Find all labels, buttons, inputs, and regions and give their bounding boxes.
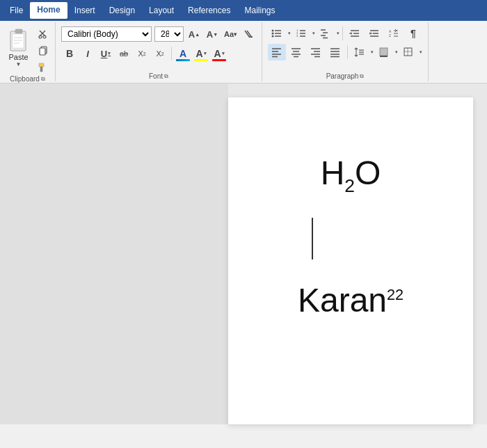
borders-dropdown[interactable]: ▾ [420,49,422,55]
clipboard-group: Paste ▼ [0,22,56,81]
shading-dropdown[interactable]: ▾ [395,49,398,55]
copy-button[interactable] [35,43,51,58]
menu-insert[interactable]: Insert [67,3,102,18]
paragraph-label: Paragraph ⧉ [326,72,365,80]
font-color-bar [212,59,226,61]
ribbon-body: Paste ▼ [0,21,487,83]
text-effect-button[interactable]: A [175,45,191,62]
clipboard-small-buttons [35,25,51,75]
show-formatting-button[interactable]: ¶ [404,25,422,42]
menu-mailings[interactable]: Mailings [237,3,282,18]
divider [171,47,172,61]
font-size-select[interactable]: 28 [154,26,184,42]
numbering-button[interactable]: 1. 2. 3. [292,25,310,42]
font-format-row: B I U ▾ ab X2 X2 A A [61,45,256,62]
clipboard-dialog-icon[interactable]: ⧉ [41,76,45,83]
paragraph-row2: ▾ ▾ ▾ [268,44,422,61]
menu-home[interactable]: Home [30,2,67,19]
bold-button[interactable]: B [61,45,78,62]
svg-point-9 [43,35,46,38]
svg-rect-13 [40,67,42,72]
paste-label: Paste [8,53,28,61]
menu-file[interactable]: File [3,3,30,18]
line-spacing-dropdown[interactable]: ▾ [371,49,374,55]
sort-button[interactable]: A Z [385,25,403,42]
left-panel [0,83,228,424]
svg-rect-64 [380,48,388,56]
font-dialog-icon[interactable]: ⧉ [164,73,168,80]
paragraph-dialog-icon[interactable]: ⧉ [360,73,364,80]
highlight-dropdown[interactable]: ▾ [204,51,207,56]
text-effect-color-bar [176,59,190,61]
document-page[interactable]: H2O Karan22 [228,97,473,424]
multilevel-dropdown[interactable]: ▾ [337,31,340,36]
font-color-dropdown[interactable]: ▾ [222,51,225,56]
highlight-color-bar [194,59,208,61]
font-color-button[interactable]: A ▾ [211,45,227,62]
numbering-dropdown[interactable]: ▾ [312,31,315,36]
menu-layout[interactable]: Layout [142,3,181,18]
svg-text:3.: 3. [296,34,298,38]
menu-references[interactable]: References [181,3,237,18]
svg-rect-1 [15,29,22,33]
paste-dropdown-arrow[interactable]: ▼ [16,61,22,67]
highlight-button[interactable]: A ▾ [193,45,209,62]
italic-button[interactable]: I [79,45,96,62]
paragraph-row1: ▾ 1. 2. 3. ▾ [268,25,422,42]
clipboard-label: Clipboard ⧉ [10,75,45,83]
svg-point-8 [39,35,42,38]
divider3 [347,45,348,59]
superscript-button[interactable]: X2 [152,45,168,62]
svg-rect-66 [404,48,412,56]
divider2 [342,26,343,40]
paragraph-group: ▾ 1. 2. 3. ▾ [262,22,429,81]
font-selector-row: Calibri (Body) 28 A▲ A▼ Aa▾ [61,25,256,43]
cut-button[interactable] [35,26,51,42]
font-name-select[interactable]: Calibri (Body) [61,26,152,42]
ribbon-container: File Home Insert Design Layout Reference… [0,0,487,83]
clipboard-content: Paste ▼ [5,25,51,75]
multilevel-list-button[interactable] [317,25,335,42]
shrink-font-button[interactable]: A▼ [205,26,220,42]
svg-text:Z: Z [389,33,391,38]
change-case-button[interactable]: Aa▾ [223,26,238,42]
decrease-indent-button[interactable] [346,25,364,42]
h2o-text: H2O [321,153,381,197]
underline-button[interactable]: U ▾ [97,45,114,62]
format-painter-button[interactable] [35,60,51,75]
line-spacing-button[interactable] [351,44,369,61]
svg-point-17 [272,30,274,32]
strikethrough-button[interactable]: ab [115,45,132,62]
align-right-button[interactable] [307,44,325,61]
clear-formatting-button[interactable] [241,26,256,42]
svg-point-21 [272,35,274,38]
justify-button[interactable] [326,44,344,61]
font-group: Calibri (Body) 28 A▲ A▼ Aa▾ [56,22,262,81]
paste-icon [8,26,30,53]
menu-bar: File Home Insert Design Layout Reference… [0,0,487,21]
karan-text: Karan22 [298,280,404,321]
svg-rect-2 [13,34,24,48]
svg-point-19 [272,33,274,35]
bullets-button[interactable] [268,25,286,42]
font-label: Font ⧉ [149,72,168,80]
svg-rect-12 [39,63,44,67]
underline-dropdown[interactable]: ▾ [108,51,111,56]
borders-button[interactable] [399,44,417,61]
bullets-dropdown[interactable]: ▾ [288,31,291,36]
document-content: H2O Karan22 [270,153,431,321]
align-center-button[interactable] [287,44,305,61]
shading-button[interactable] [375,44,393,61]
increase-indent-button[interactable] [365,25,383,42]
align-left-button[interactable] [268,44,286,61]
paste-button[interactable]: Paste ▼ [5,25,33,69]
grow-font-button[interactable]: A▲ [186,26,202,42]
subscript-button[interactable]: X2 [134,45,150,62]
menu-design[interactable]: Design [102,3,142,18]
document-area: H2O Karan22 [0,83,487,424]
text-cursor [312,218,313,259]
svg-rect-11 [40,48,45,55]
